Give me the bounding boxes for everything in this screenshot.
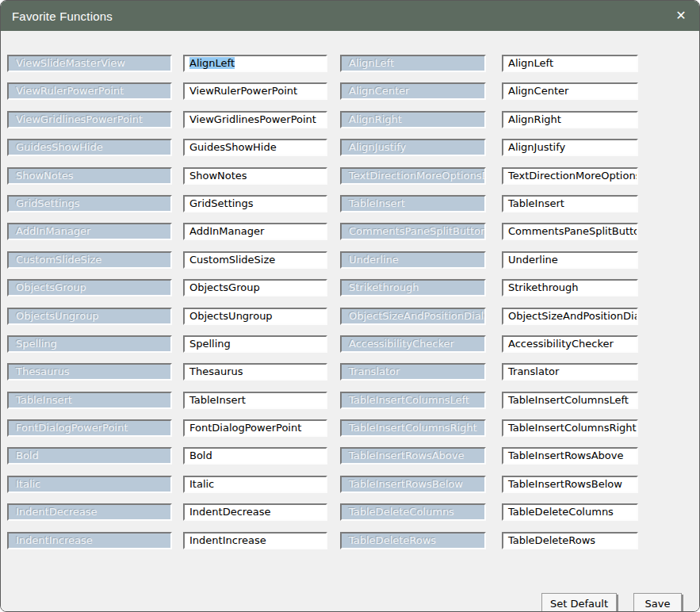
function-button[interactable]: ViewGridlinesPowerPoint xyxy=(7,111,172,128)
function-button[interactable]: TableInsertColumnsLeft xyxy=(340,392,486,409)
function-button[interactable]: Spelling xyxy=(7,335,172,353)
function-button[interactable]: Underline xyxy=(340,251,486,269)
function-input[interactable]: ObjectsUngroup xyxy=(183,308,327,325)
save-button[interactable]: Save xyxy=(633,593,682,612)
function-button[interactable]: ViewSlideMasterView xyxy=(7,55,172,72)
function-input[interactable]: IndentIncrease xyxy=(183,532,327,549)
dialog-window: Favorite Functions ✕ ViewSlideMasterView… xyxy=(0,0,700,612)
function-button[interactable]: FontDialogPowerPoint xyxy=(7,419,172,437)
function-button[interactable]: AccessibilityChecker xyxy=(340,335,486,353)
function-input[interactable]: ViewRulerPowerPoint xyxy=(183,82,327,100)
function-input[interactable]: ObjectsGroup xyxy=(183,279,327,296)
function-input[interactable]: Bold xyxy=(183,447,327,465)
function-input[interactable]: AlignJustify xyxy=(502,139,638,156)
set-default-label: Set Default xyxy=(550,598,608,610)
function-button[interactable]: AlignJustify xyxy=(340,139,486,156)
function-button[interactable]: AlignRight xyxy=(340,111,486,128)
function-input[interactable]: TableInsertRowsBelow xyxy=(502,476,638,493)
save-label: Save xyxy=(645,598,671,610)
function-input[interactable]: CustomSlideSize xyxy=(183,251,327,269)
set-default-button[interactable]: Set Default xyxy=(541,593,617,612)
function-button[interactable]: GuidesShowHide xyxy=(7,139,172,156)
function-button[interactable]: AlignCenter xyxy=(340,82,486,100)
function-input[interactable]: Translator xyxy=(502,363,638,381)
function-button[interactable]: Thesaurus xyxy=(7,363,172,381)
function-input[interactable]: Strikethrough xyxy=(502,279,638,296)
function-button[interactable]: AlignLeft xyxy=(340,55,486,72)
function-input[interactable]: TableInsertColumnsLeft xyxy=(502,392,638,409)
close-icon: ✕ xyxy=(675,10,686,22)
function-input[interactable]: TableDeleteColumns xyxy=(502,503,638,521)
dialog-body: ViewSlideMasterViewAlignLeftAlignLeftAli… xyxy=(1,31,699,611)
function-input[interactable]: TableDeleteRows xyxy=(502,532,638,549)
function-input[interactable]: TableInsertColumnsRight xyxy=(502,419,638,437)
function-input[interactable]: AlignRight xyxy=(502,111,638,128)
function-button[interactable]: TableInsertColumnsRight xyxy=(340,419,486,437)
function-button[interactable]: Bold xyxy=(7,447,172,465)
function-button[interactable]: Italic xyxy=(7,476,172,493)
function-input[interactable]: TableInsert xyxy=(183,392,327,409)
function-input[interactable]: FontDialogPowerPoint xyxy=(183,419,327,437)
function-input[interactable]: TableInsert xyxy=(502,195,638,212)
function-button[interactable]: ViewRulerPowerPoint xyxy=(7,82,172,100)
function-input[interactable]: AddInManager xyxy=(183,223,327,240)
function-input[interactable]: Underline xyxy=(502,251,638,269)
function-button[interactable]: AddInManager xyxy=(7,223,172,240)
function-button[interactable]: Strikethrough xyxy=(340,279,486,296)
function-button[interactable]: IndentDecrease xyxy=(7,503,172,521)
function-input[interactable]: CommentsPaneSplitButton xyxy=(502,223,638,240)
function-button[interactable]: ObjectsUngroup xyxy=(7,308,172,325)
function-button[interactable]: CustomSlideSize xyxy=(7,251,172,269)
function-input[interactable]: GridSettings xyxy=(183,195,327,212)
function-button[interactable]: Translator xyxy=(340,363,486,381)
window-title: Favorite Functions xyxy=(1,10,113,23)
close-button[interactable]: ✕ xyxy=(663,1,699,31)
function-button[interactable]: GridSettings xyxy=(7,195,172,212)
function-button[interactable]: CommentsPaneSplitButton xyxy=(340,223,486,240)
function-input[interactable]: GuidesShowHide xyxy=(183,139,327,156)
function-input[interactable]: Thesaurus xyxy=(183,363,327,381)
function-button[interactable]: IndentIncrease xyxy=(7,532,172,549)
function-input[interactable]: AlignLeft xyxy=(183,55,327,72)
function-input[interactable]: TextDirectionMoreOptionsDialog xyxy=(502,167,638,185)
function-button[interactable]: TableInsert xyxy=(340,195,486,212)
titlebar: Favorite Functions ✕ xyxy=(1,1,699,31)
function-button[interactable]: ShowNotes xyxy=(7,167,172,185)
function-button[interactable]: TableInsertRowsBelow xyxy=(340,476,486,493)
selected-text: AlignLeft xyxy=(189,57,235,69)
function-button[interactable]: TextDirectionMoreOptionsDialog xyxy=(340,167,486,185)
function-input[interactable]: Italic xyxy=(183,476,327,493)
function-input[interactable]: ObjectSizeAndPositionDialog xyxy=(502,308,638,325)
function-input[interactable]: TableInsertRowsAbove xyxy=(502,447,638,465)
function-button[interactable]: TableInsert xyxy=(7,392,172,409)
function-input[interactable]: Spelling xyxy=(183,335,327,353)
function-input[interactable]: AlignCenter xyxy=(502,82,638,100)
functions-grid: ViewSlideMasterViewAlignLeftAlignLeftAli… xyxy=(7,55,638,549)
function-input[interactable]: ShowNotes xyxy=(183,167,327,185)
function-input[interactable]: IndentDecrease xyxy=(183,503,327,521)
function-input[interactable]: AccessibilityChecker xyxy=(502,335,638,353)
function-input[interactable]: AlignLeft xyxy=(502,55,638,72)
function-input[interactable]: ViewGridlinesPowerPoint xyxy=(183,111,327,128)
function-button[interactable]: TableDeleteColumns xyxy=(340,503,486,521)
function-button[interactable]: ObjectSizeAndPositionDialog xyxy=(340,308,486,325)
function-button[interactable]: TableInsertRowsAbove xyxy=(340,447,486,465)
function-button[interactable]: ObjectsGroup xyxy=(7,279,172,296)
function-button[interactable]: TableDeleteRows xyxy=(340,532,486,549)
